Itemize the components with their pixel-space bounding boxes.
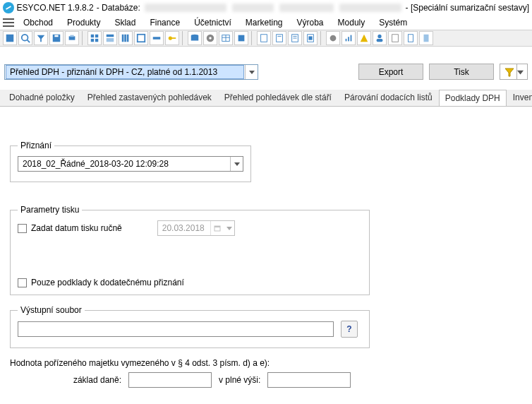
priznani-combo[interactable]: 2018_02_Řádné_2018-03-20 12:09:28 (18, 156, 243, 172)
options-split-button[interactable] (500, 64, 528, 80)
only-additional-checkbox[interactable]: Pouze podklady k dodatečnému přiznání (18, 278, 184, 287)
menubar: Obchod Produkty Sklad Finance Účetnictví… (0, 16, 532, 30)
tab-podklady-dph[interactable]: Podklady DPH (439, 90, 507, 107)
svg-point-19 (169, 36, 172, 40)
menu-vyroba[interactable]: Výroba (292, 16, 329, 29)
filter-icon[interactable] (34, 31, 48, 45)
record-icon[interactable] (234, 31, 248, 45)
export-button-label: Export (379, 67, 404, 77)
db-icon[interactable] (188, 31, 202, 45)
tab-panel-podklady-dph: Přiznání 2018_02_Řádné_2018-03-20 12:09:… (0, 107, 532, 388)
save-icon[interactable] (49, 31, 64, 45)
refresh-icon[interactable] (3, 31, 17, 45)
window-icon[interactable] (134, 31, 148, 45)
options-dropdown-icon[interactable] (516, 64, 524, 79)
print-button[interactable]: Tisk (429, 64, 494, 80)
export-button[interactable]: Export (358, 64, 423, 80)
report-type-value: Přehled DPH - přiznání k DPH - CZ, platn… (6, 65, 244, 79)
manual-date-checkbox[interactable]: Zadat datum tisku ručně (18, 223, 122, 233)
print-button-label: Tisk (454, 67, 469, 77)
page-icon[interactable] (419, 31, 433, 45)
svg-rect-36 (308, 36, 312, 40)
checkbox-box (18, 224, 27, 233)
print-date-value: 20.03.2018 (158, 222, 210, 234)
menu-produkty[interactable]: Produkty (62, 16, 105, 29)
menu-obchod[interactable]: Obchod (18, 16, 58, 29)
toolbar-sep-4 (320, 31, 323, 45)
group-output-legend: Výstupní soubor (18, 305, 85, 315)
chart-icon[interactable] (341, 31, 356, 45)
chevron-down-icon[interactable] (224, 225, 234, 231)
sheet4-icon[interactable] (303, 31, 318, 45)
tab-pohl-stari[interactable]: Přehled pohledávek dle stáří (218, 90, 338, 106)
grid-icon[interactable] (87, 31, 102, 45)
full-amount-input[interactable] (267, 372, 351, 388)
svg-rect-0 (6, 35, 14, 42)
svg-rect-29 (261, 35, 267, 42)
tab-zastav-pohl[interactable]: Přehled zastavených pohledávek (81, 90, 218, 106)
menu-moduly[interactable]: Moduly (333, 16, 370, 29)
gear-icon[interactable] (326, 31, 340, 45)
report-icon[interactable] (388, 31, 402, 45)
print-icon[interactable] (65, 31, 79, 45)
field-icon[interactable] (150, 31, 164, 45)
help-button[interactable]: ? (341, 321, 358, 338)
base-amount-input[interactable] (128, 372, 212, 388)
app-name: ESYCO.NET 1.9.8.2 (17, 3, 94, 13)
title-suffix: - [Speciální sumarizační sestavy] (406, 3, 529, 13)
svg-rect-18 (153, 37, 161, 40)
svg-rect-40 (351, 35, 352, 42)
sheet3-icon[interactable] (288, 31, 302, 45)
search-icon[interactable] (18, 31, 32, 45)
svg-rect-46 (424, 35, 429, 42)
svg-rect-7 (70, 35, 73, 37)
report-type-combo[interactable]: Přehled DPH - přiznání k DPH - CZ, platn… (4, 64, 258, 80)
key-icon[interactable] (165, 31, 179, 45)
toolbar (0, 30, 532, 47)
svg-line-2 (28, 40, 30, 43)
group-params-legend: Parametry tisku (18, 205, 82, 215)
svg-rect-22 (191, 36, 199, 41)
doc-icon[interactable] (404, 31, 418, 45)
svg-marker-3 (37, 35, 45, 42)
base-label: základ daně: (10, 375, 121, 385)
svg-rect-45 (409, 35, 413, 42)
table-icon[interactable] (219, 31, 233, 45)
svg-rect-8 (91, 35, 94, 37)
svg-rect-38 (346, 39, 347, 42)
menu-ucetnictvi[interactable]: Účetnictví (189, 16, 236, 29)
columns-icon[interactable] (119, 31, 133, 45)
app-icon (3, 2, 14, 13)
users-icon[interactable] (373, 31, 387, 45)
chevron-down-icon[interactable] (245, 65, 258, 79)
titlebar: ESYCO.NET 1.9.8.2 - Databáze: - [Speciál… (0, 0, 532, 16)
svg-rect-13 (107, 38, 114, 42)
tab-dohadne[interactable]: Dohadné položky (3, 90, 81, 106)
group-priznani: Přiznání 2018_02_Řádné_2018-03-20 12:09:… (10, 141, 251, 182)
output-file-input[interactable] (18, 321, 334, 337)
sheet1-icon[interactable] (257, 31, 271, 45)
svg-rect-15 (124, 35, 126, 42)
svg-rect-44 (392, 35, 399, 42)
tab-parovani[interactable]: Párování dodacích listů (338, 90, 439, 106)
svg-rect-14 (122, 35, 124, 42)
menu-sklad[interactable]: Sklad (109, 16, 140, 29)
filterbar: Přehled DPH - přiznání k DPH - CZ, platn… (0, 61, 532, 83)
redacted-2 (279, 4, 334, 12)
svg-point-1 (22, 35, 28, 41)
chevron-down-icon[interactable] (230, 157, 243, 171)
sheet2-icon[interactable] (272, 31, 286, 45)
layout-icon[interactable] (103, 31, 117, 45)
svg-rect-43 (377, 39, 383, 42)
tab-inventura[interactable]: Inventurní seznam (507, 90, 532, 106)
menu-finance[interactable]: Finance (145, 16, 185, 29)
print-date-field[interactable]: 20.03.2018 (157, 220, 235, 236)
calendar-icon[interactable] (210, 221, 224, 235)
menu-marketing[interactable]: Marketing (241, 16, 288, 29)
only-additional-label: Pouze podklady k dodatečnému přiznání (31, 278, 184, 287)
svg-rect-12 (107, 35, 114, 37)
funnel-icon (504, 66, 515, 78)
warn-icon[interactable] (357, 31, 371, 45)
disk-icon[interactable] (203, 31, 217, 45)
menu-system[interactable]: Systém (374, 16, 412, 29)
